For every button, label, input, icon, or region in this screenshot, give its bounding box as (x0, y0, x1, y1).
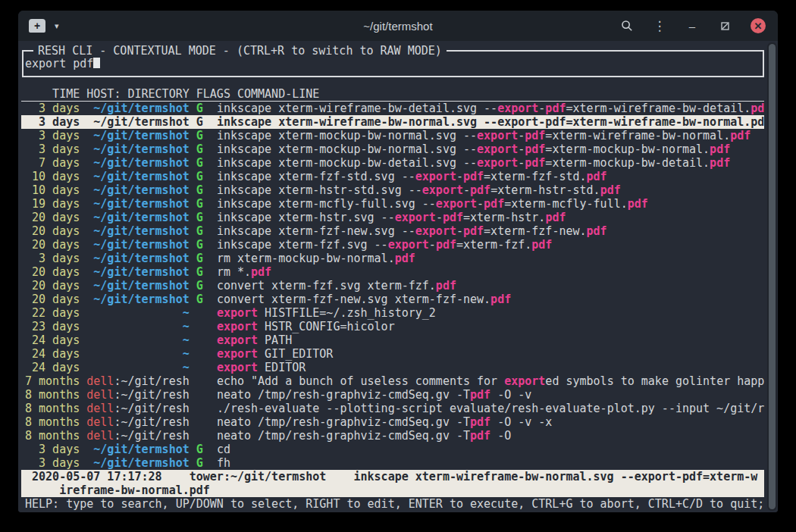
search-query: export pdf (25, 57, 93, 70)
close-icon: ✕ (754, 21, 763, 31)
history-row[interactable]: 7 days ~/git/termshot G inkscape xterm-m… (21, 156, 764, 170)
new-tab-button[interactable]: + (29, 19, 45, 33)
chevron-down-icon[interactable]: ▾ (55, 21, 59, 31)
terminal-window: + ▾ ~/git/termshot ⋮ – (18, 11, 778, 512)
resh-prompt-box: RESH CLI - CONTEXTUAL MODE - (CTRL+R to … (22, 50, 764, 77)
minimize-button[interactable]: – (685, 19, 699, 33)
history-row[interactable]: 3 days ~/git/termshot G inkscape xterm-m… (21, 142, 764, 156)
history-row[interactable]: 22 days ~ export HISTFILE=~/.zsh_history… (21, 306, 764, 320)
history-row[interactable]: 3 days ~/git/termshot G rm xterm-mockup-… (21, 252, 764, 265)
history-row[interactable]: 24 days ~ export EDITOR (21, 361, 764, 374)
history-row[interactable]: 7 months dell:~/git/resh echo "Add a bun… (21, 374, 764, 388)
selected-entry-status: 2020-05-07 17:17:28 tower:~/git/termshot… (21, 470, 764, 497)
titlebar: + ▾ ~/git/termshot ⋮ – (18, 11, 778, 41)
history-rows: 3 days ~/git/termshot G inkscape xterm-w… (21, 102, 764, 470)
terminal-content: RESH CLI - CONTEXTUAL MODE - (CTRL+R to … (18, 41, 778, 512)
history-row[interactable]: 20 days ~/git/termshot G inkscape xterm-… (21, 238, 764, 252)
history-row[interactable]: 20 days ~/git/termshot G convert xterm-f… (21, 293, 764, 306)
help-line: HELP: type to search, UP/DOWN to select,… (21, 497, 764, 511)
history-row-selected[interactable]: 3 days ~/git/termshot G inkscape xterm-w… (21, 115, 764, 129)
history-row[interactable]: 20 days ~/git/termshot G inkscape xterm-… (21, 224, 764, 238)
prompt-box-title: RESH CLI - CONTEXTUAL MODE - (CTRL+R to … (33, 44, 447, 58)
scrollbar[interactable] (767, 42, 777, 511)
history-row[interactable]: 3 days ~/git/termshot G inkscape xterm-m… (21, 129, 764, 142)
history-row[interactable]: 3 days ~/git/termshot G inkscape xterm-w… (21, 102, 764, 115)
status-line-1: 2020-05-07 17:17:28 tower:~/git/termshot… (21, 470, 764, 483)
history-row[interactable]: 10 days ~/git/termshot G inkscape xterm-… (21, 170, 764, 183)
close-button[interactable]: ✕ (751, 18, 766, 33)
plus-icon: + (34, 20, 40, 31)
menu-kebab-icon[interactable]: ⋮ (653, 19, 666, 33)
search-icon[interactable] (620, 19, 634, 33)
history-row[interactable]: 10 days ~/git/termshot G inkscape xterm-… (21, 183, 764, 197)
history-row[interactable]: 8 months dell:~/git/resh neato /tmp/resh… (21, 415, 764, 429)
history-row[interactable]: 19 days ~/git/termshot G inkscape xterm-… (21, 197, 764, 211)
history-row[interactable]: 20 days ~/git/termshot G convert xterm-f… (21, 279, 764, 293)
text-cursor (93, 56, 100, 68)
history-row[interactable]: 24 days ~ export GIT_EDITOR (21, 347, 764, 361)
restore-button[interactable] (718, 19, 732, 33)
history-table-header: TIME HOST: DIRECTORY FLAGS COMMAND-LINE (21, 87, 764, 102)
scrollbar-thumb[interactable] (769, 44, 776, 509)
history-row[interactable]: 3 days ~/git/termshot G cd (21, 443, 764, 456)
history-row[interactable]: 20 days ~/git/termshot G inkscape xterm-… (21, 211, 764, 224)
history-row[interactable]: 8 months dell:~/git/resh ./resh-evaluate… (21, 402, 764, 415)
history-row[interactable]: 24 days ~ export PATH (21, 333, 764, 347)
history-row[interactable]: 8 months dell:~/git/resh neato /tmp/resh… (21, 388, 764, 402)
history-row[interactable]: 20 days ~/git/termshot G rm *.pdf (21, 265, 764, 279)
history-row[interactable]: 3 days ~/git/termshot G fh (21, 456, 764, 470)
status-line-2: ireframe-bw-normal.pdf (21, 483, 764, 497)
history-row[interactable]: 23 days ~ export HSTR_CONFIG=hicolor (21, 320, 764, 333)
history-row[interactable]: 8 months dell:~/git/resh neato /tmp/resh… (21, 429, 764, 443)
